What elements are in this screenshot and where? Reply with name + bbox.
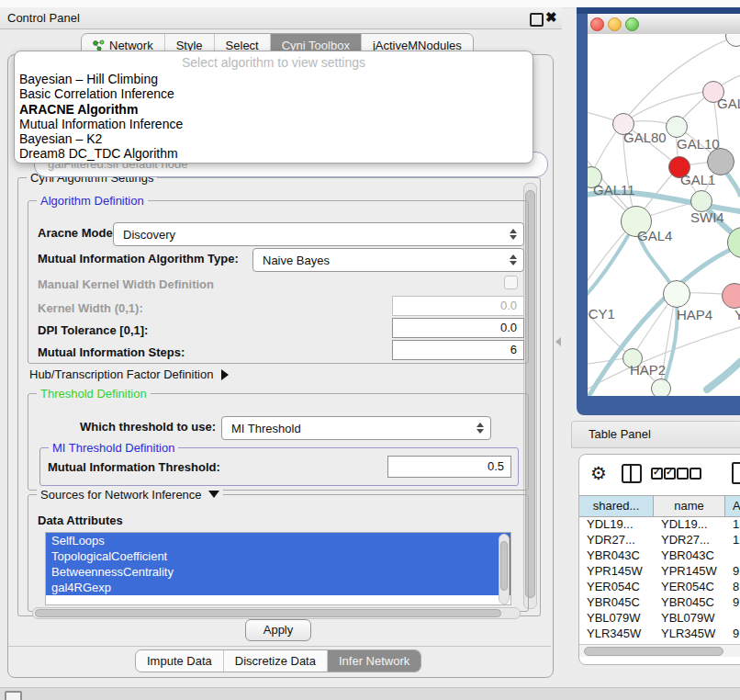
close-traffic-light-icon[interactable] (590, 17, 604, 31)
list-vertical-scrollbar[interactable] (499, 534, 510, 604)
node-label: GAL (717, 96, 740, 111)
node-label: GAL11 (593, 182, 635, 198)
network-node[interactable] (651, 378, 671, 396)
algorithm-option[interactable]: Mutual Information Inference (15, 117, 533, 131)
list-item[interactable]: TopologicalCoefficient (46, 548, 510, 564)
float-window-icon[interactable] (530, 13, 544, 27)
mi-steps-input[interactable]: 6 (392, 340, 524, 360)
hub-definition-expander[interactable]: Hub/Transcription Factor Definition (29, 367, 229, 381)
threshold-definition-group: Threshold Definition Which threshold to … (28, 393, 529, 491)
data-attributes-list[interactable]: SelfLoops TopologicalCoefficient Between… (45, 532, 511, 605)
tab-impute-data[interactable]: Impute Data (136, 650, 223, 672)
network-window-top-edge (577, 7, 740, 14)
aracne-mode-combobox[interactable]: Discovery (113, 222, 524, 246)
list-item[interactable]: gal4RGexp (46, 580, 510, 595)
mi-type-combobox[interactable]: Naive Bayes (252, 248, 524, 272)
tab-discretize-data[interactable]: Discretize Data (223, 650, 327, 672)
table-row[interactable]: YDR27... YDR27... 12 (579, 532, 740, 548)
apply-button-label: Apply (263, 623, 294, 637)
network-node[interactable] (663, 280, 690, 308)
table-header-row: shared... name A (579, 495, 740, 517)
cell: 9. (725, 563, 740, 579)
which-threshold-label: Which threshold to use: (80, 420, 216, 434)
cell: 9. (725, 594, 740, 610)
tab-impute-data-label: Impute Data (147, 654, 212, 668)
network-canvas[interactable]: GAL GAL80 GAL10 GAL1 GAL11 SWI4 GAL4 GCY… (588, 34, 740, 396)
sources-horizontal-scrollbar[interactable] (32, 607, 521, 619)
tab-discretize-data-label: Discretize Data (235, 654, 316, 668)
table-row[interactable]: YPR145W YPR145W 9. (579, 563, 740, 579)
sources-scrollbar-thumb[interactable] (35, 609, 501, 617)
close-icon[interactable]: ✖ (545, 9, 557, 26)
node-label: Y (734, 307, 740, 322)
network-window-titlebar[interactable] (588, 14, 740, 35)
control-panel-title: Control Panel (7, 11, 80, 25)
cell: 9. (725, 626, 740, 641)
show-columns-icon[interactable] (622, 464, 642, 483)
column-header-shared-name[interactable]: shared... (579, 496, 654, 516)
node-label: GCY1 (588, 306, 615, 322)
algorithm-select-popup: Select algorithm to view settings Bayesi… (14, 51, 533, 164)
mi-threshold-input[interactable]: 0.5 (387, 456, 511, 478)
network-node[interactable] (722, 283, 740, 309)
select-all-checkbox-icon[interactable] (651, 468, 663, 480)
cell: YBR045C (579, 594, 654, 610)
table-horizontal-scrollbar[interactable] (579, 644, 740, 657)
table-scrollbar-thumb[interactable] (584, 647, 723, 656)
manual-kernel-checkbox[interactable] (504, 276, 518, 289)
table-row[interactable]: YLR345W YLR345W 9. (579, 626, 740, 641)
zoom-traffic-light-icon[interactable] (625, 17, 639, 31)
deselect-all-checkbox-icon2[interactable] (690, 468, 701, 480)
table-row[interactable]: YBL079W YBL079W (579, 610, 740, 626)
table-row[interactable]: YBR045C YBR045C 9. (579, 594, 740, 610)
cell: YLR345W (654, 626, 725, 641)
minimize-traffic-light-icon[interactable] (608, 17, 622, 31)
column-header-name[interactable]: name (654, 496, 725, 516)
list-scrollbar-thumb[interactable] (500, 541, 508, 591)
which-threshold-combobox[interactable]: MI Threshold (221, 416, 491, 440)
algorithm-option[interactable]: Dream8 DC_TDC Algorithm (15, 146, 533, 161)
combo-stepper-icon (510, 254, 517, 265)
mi-threshold-group: MI Threshold Definition Mutual Informati… (39, 447, 519, 486)
tab-infer-network[interactable]: Infer Network (327, 650, 420, 672)
bottom-tabbar: Impute Data Discretize Data Infer Networ… (135, 649, 421, 672)
kernel-width-value: 0.0 (500, 299, 517, 312)
algorithm-option[interactable]: Basic Correlation Inference (15, 86, 533, 101)
cell: YER054C (654, 579, 725, 594)
mi-threshold-title: MI Threshold Definition (49, 441, 178, 455)
column-header-third[interactable]: A (725, 496, 740, 516)
export-table-icon[interactable] (732, 462, 740, 484)
table-row[interactable]: YDL19... YDL19... 13 (579, 516, 740, 532)
tab-infer-network-label: Infer Network (339, 654, 409, 668)
list-item[interactable]: SelfLoops (46, 533, 510, 548)
table-body[interactable]: YDL19... YDL19... 13 YDR27... YDR27... 1… (579, 516, 740, 644)
cell (725, 548, 740, 563)
taskbar-window-icon[interactable] (5, 691, 22, 700)
mi-threshold-value: 0.5 (488, 459, 504, 473)
select-all-checkbox-icon2[interactable] (664, 468, 676, 480)
list-item[interactable]: BetweennessCentrality (46, 564, 510, 580)
sources-title[interactable]: Sources for Network Inference (37, 488, 223, 502)
node-label: GAL1 (680, 172, 715, 187)
algorithm-option[interactable]: Bayesian – K2 (15, 131, 533, 146)
table-panel-title: Table Panel (589, 427, 651, 441)
table-settings-gear-icon[interactable]: ⚙ (590, 462, 607, 484)
node-label: GAL10 (677, 136, 720, 152)
table-row[interactable]: YBR043C YBR043C (579, 548, 740, 563)
network-node[interactable] (666, 116, 688, 138)
aracne-mode-value: Discovery (114, 228, 175, 242)
algorithm-definition-group: Algorithm Definition Aracne Mode: Discov… (28, 200, 529, 364)
sources-title-label: Sources for Network Inference (40, 488, 202, 502)
hub-definition-label: Hub/Transcription Factor Definition (29, 367, 213, 381)
algorithm-option[interactable]: Bayesian – Hill Climbing (15, 72, 533, 86)
apply-button[interactable]: Apply (245, 619, 311, 641)
manual-kernel-label: Manual Kernel Width Definition (38, 277, 214, 291)
deselect-all-checkbox-icon[interactable] (677, 468, 689, 480)
dpi-tolerance-input[interactable]: 0.0 (392, 318, 524, 338)
algorithm-option-selected[interactable]: ARACNE Algorithm (15, 102, 533, 117)
table-row[interactable]: YER054C YER054C 8. (579, 579, 740, 594)
split-pane-handle[interactable] (555, 337, 561, 346)
network-icon (93, 40, 105, 51)
kernel-width-input[interactable]: 0.0 (392, 296, 524, 316)
application-root: Control Panel ✖ Network Style Select (0, 0, 740, 700)
